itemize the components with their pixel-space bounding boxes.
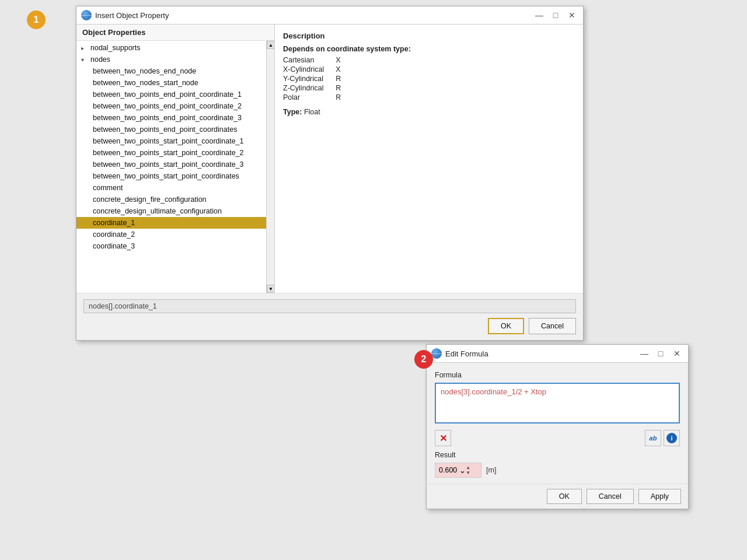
dialog1-buttons: OK Cancel (83, 318, 576, 334)
scroll-track (267, 49, 274, 285)
dialog1-maximize-button[interactable]: □ (549, 10, 562, 20)
dialog1-close-button[interactable]: ✕ (566, 10, 578, 20)
tree-item-btsp-start-c2[interactable]: between_two_points_start_point_coordinat… (76, 147, 274, 159)
formula-toolbar: ✕ ab i (435, 430, 680, 446)
tree-item-btsp-start-c1[interactable]: between_two_points_start_point_coordinat… (76, 135, 274, 147)
dialog2-title: Edit Formula (445, 349, 634, 358)
unit-label: [m] (486, 466, 496, 474)
result-value: 0.600 (439, 466, 457, 474)
scroll-down-button[interactable]: ▼ (267, 285, 274, 293)
type-label: Type: (283, 108, 304, 116)
clear-formula-button[interactable]: ✕ (435, 430, 451, 446)
tree-item-nodes[interactable]: ▾ nodes (76, 54, 274, 65)
tree-item-btep-end-c2[interactable]: between_two_points_end_point_coordinate_… (76, 100, 274, 112)
tree-item-between-two-nodes-end[interactable]: between_two_nodes_end_node (76, 65, 274, 77)
dialog2-titlebar: Edit Formula — □ ✕ (427, 345, 688, 363)
tree-item-nodal-supports[interactable]: ▸ nodal_supports (76, 42, 274, 54)
expand-arrow-nodes: ▾ (81, 57, 88, 63)
formula-toolbar-right: ab i (645, 430, 680, 446)
ab-icon-button[interactable]: ab (645, 430, 661, 446)
dialog2-ok-button[interactable]: OK (547, 489, 582, 504)
dialog1-body: Object Properties ▸ nodal_supports ▾ nod… (76, 24, 583, 293)
dialog1-icon (81, 10, 92, 20)
dialog1-titlebar: Insert Object Property — □ ✕ (76, 6, 583, 24)
tree-item-between-two-nodes-start[interactable]: between_two_nodes_start_node (76, 77, 274, 89)
tree-item-btsp-start-coords[interactable]: between_two_points_start_point_coordinat… (76, 170, 274, 182)
edit-formula-dialog: Edit Formula — □ ✕ Formula nodes[3].coor… (426, 344, 689, 509)
dialog2-apply-button[interactable]: Apply (638, 489, 681, 504)
object-properties-header: Object Properties (76, 24, 274, 41)
description-table: CartesianX X-CylindricalX Y-CylindricalR… (283, 55, 352, 102)
result-spinners[interactable]: ▲ ▼ (466, 465, 470, 475)
tree-item-btep-end-c3[interactable]: between_two_points_end_point_coordinate_… (76, 112, 274, 124)
path-field: nodes[].coordinate_1 (83, 299, 576, 313)
step-badge-1: 1 (27, 10, 46, 29)
tree-item-btsp-start-c3[interactable]: between_two_points_start_point_coordinat… (76, 159, 274, 170)
tree-item-coordinate-3[interactable]: coordinate_3 (76, 240, 274, 252)
insert-object-property-dialog: Insert Object Property — □ ✕ Object Prop… (76, 6, 584, 341)
step-badge-2: 2 (414, 350, 433, 369)
tree-item-comment[interactable]: comment (76, 182, 274, 194)
tree-item-coordinate-2[interactable]: coordinate_2 (76, 229, 274, 240)
result-section: Result 0.600 ⌄ ▲ ▼ [m] (435, 451, 680, 478)
result-label: Result (435, 451, 680, 459)
dialog2-maximize-button[interactable]: □ (654, 348, 667, 359)
type-value: Float (304, 108, 320, 116)
table-row: PolarR (283, 93, 352, 102)
table-row: CartesianX (283, 55, 352, 65)
scroll-up-button[interactable]: ▲ (267, 41, 274, 49)
formula-toolbar-left: ✕ (435, 430, 451, 446)
object-properties-panel: Object Properties ▸ nodal_supports ▾ nod… (76, 24, 275, 293)
formula-input[interactable]: nodes[3].coordinate_1/2 + Xtop (435, 383, 680, 424)
dialog2-body: Formula nodes[3].coordinate_1/2 + Xtop ✕… (427, 363, 688, 484)
dialog2-minimize-button[interactable]: — (638, 348, 651, 359)
info-icon-button[interactable]: i (664, 430, 680, 446)
description-panel: Description Depends on coordinate system… (275, 24, 583, 293)
dialog1-minimize-button[interactable]: — (533, 10, 546, 20)
dialog1-footer: nodes[].coordinate_1 OK Cancel (76, 293, 583, 340)
type-row: Type: Float (283, 108, 575, 116)
dialog1-title: Insert Object Property (95, 11, 529, 20)
dialog2-close-button[interactable]: ✕ (671, 348, 683, 359)
dialog2-footer: OK Cancel Apply (427, 484, 688, 509)
formula-label: Formula (435, 371, 680, 379)
expand-arrow-nodal: ▸ (81, 45, 88, 51)
depends-label: Depends on coordinate system type: (283, 45, 411, 53)
scrollbar[interactable]: ▲ ▼ (266, 41, 274, 293)
dialog1-cancel-button[interactable]: Cancel (529, 318, 576, 334)
tree-item-concrete-ultimate[interactable]: concrete_design_ultimate_configuration (76, 205, 274, 217)
tree-item-btep-end-c1[interactable]: between_two_points_end_point_coordinate_… (76, 89, 274, 100)
description-header: Description (283, 32, 575, 40)
tree-item-concrete-fire[interactable]: concrete_design_fire_configuration (76, 194, 274, 205)
object-properties-list[interactable]: ▸ nodal_supports ▾ nodes between_two_nod… (76, 41, 274, 293)
table-row: Z-CylindricalR (283, 83, 352, 93)
tree-item-btep-end-coords[interactable]: between_two_points_end_point_coordinates (76, 124, 274, 135)
result-chevron: ⌄ (459, 466, 466, 475)
dialog2-cancel-button[interactable]: Cancel (587, 489, 634, 504)
table-row: X-CylindricalX (283, 65, 352, 74)
result-value-display: 0.600 ⌄ ▲ ▼ (435, 463, 481, 478)
description-content: Depends on coordinate system type: Carte… (283, 45, 575, 116)
dialog1-ok-button[interactable]: OK (488, 318, 524, 334)
tree-item-coordinate-1[interactable]: coordinate_1 (76, 217, 274, 229)
table-row: Y-CylindricalR (283, 74, 352, 83)
result-row: 0.600 ⌄ ▲ ▼ [m] (435, 463, 680, 478)
